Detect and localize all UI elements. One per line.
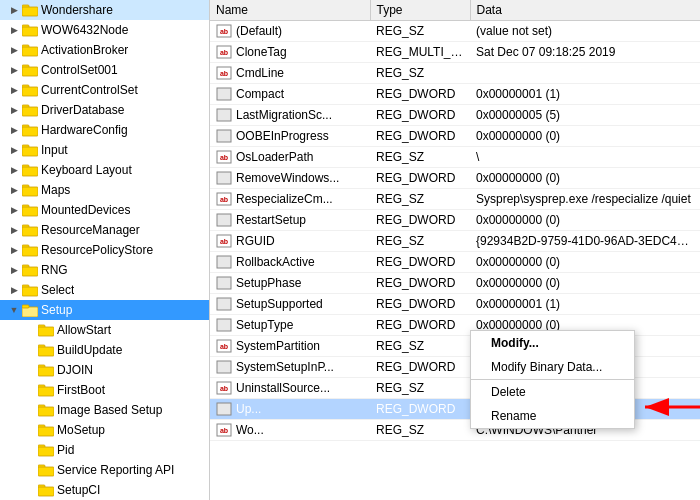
expand-icon: ▶ bbox=[8, 64, 20, 76]
tree-item-label: ResourceManager bbox=[41, 221, 140, 239]
tree-item[interactable]: ▶Keyboard Layout bbox=[0, 160, 209, 180]
cell-name: abWo... bbox=[210, 420, 370, 441]
table-row[interactable]: SetupSupportedREG_DWORD0x00000001 (1) bbox=[210, 294, 700, 315]
col-data[interactable]: Data bbox=[470, 0, 700, 21]
tree-item[interactable]: Pid bbox=[0, 440, 209, 460]
tree-item[interactable]: ▶Maps bbox=[0, 180, 209, 200]
folder-icon bbox=[38, 403, 54, 417]
name-text: SetupSupported bbox=[236, 297, 323, 311]
table-row[interactable]: abRGUIDREG_SZ{92934B2D-9759-41D0-96AD-3E… bbox=[210, 231, 700, 252]
cell-type: REG_SZ bbox=[370, 231, 470, 252]
svg-rect-127 bbox=[217, 361, 231, 373]
tree-item[interactable]: FirstBoot bbox=[0, 380, 209, 400]
folder-icon bbox=[38, 463, 54, 477]
cell-type: REG_DWORD bbox=[370, 399, 470, 420]
table-row[interactable]: abCmdLineREG_SZ bbox=[210, 63, 700, 84]
svg-rect-65 bbox=[217, 88, 231, 100]
ab-icon: ab bbox=[216, 65, 232, 81]
tree-item[interactable]: BuildUpdate bbox=[0, 340, 209, 360]
tree-item-label: ControlSet001 bbox=[41, 61, 118, 79]
tree-item-label: Setup bbox=[41, 301, 72, 319]
tree-item[interactable]: ▶DriverDatabase bbox=[0, 100, 209, 120]
folder-icon bbox=[22, 283, 38, 297]
cell-data: Sat Dec 07 09:18:25 2019 bbox=[470, 42, 700, 63]
cell-data: {92934B2D-9759-41D0-96AD-3EDC4C410146 bbox=[470, 231, 700, 252]
table-row[interactable]: abCloneTagREG_MULTI_SZSat Dec 07 09:18:2… bbox=[210, 42, 700, 63]
svg-rect-21 bbox=[22, 207, 38, 216]
table-row[interactable]: CompactREG_DWORD0x00000001 (1) bbox=[210, 84, 700, 105]
table-row[interactable]: RemoveWindows...REG_DWORD0x00000000 (0) bbox=[210, 168, 700, 189]
table-row[interactable]: ab(Default)REG_SZ(value not set) bbox=[210, 21, 700, 42]
context-menu-item[interactable]: Modify... bbox=[471, 331, 634, 355]
cell-data: 0x00000000 (0) bbox=[470, 126, 700, 147]
tree-item[interactable]: Image Based Setup bbox=[0, 400, 209, 420]
folder-icon bbox=[38, 383, 54, 397]
cell-type: REG_DWORD bbox=[370, 294, 470, 315]
folder-icon bbox=[22, 223, 38, 237]
svg-rect-29 bbox=[22, 287, 38, 296]
context-menu-item[interactable]: Rename bbox=[471, 404, 634, 428]
table-row[interactable]: abOsLoaderPathREG_SZ\ bbox=[210, 147, 700, 168]
tree-item[interactable]: AllowStart bbox=[0, 320, 209, 340]
svg-rect-31 bbox=[22, 305, 29, 308]
table-row[interactable]: OOBEInProgressREG_DWORD0x00000000 (0) bbox=[210, 126, 700, 147]
cell-data: 0x00000000 (0) bbox=[470, 210, 700, 231]
tree-item[interactable]: ▶ResourcePolicyStore bbox=[0, 240, 209, 260]
tree-item[interactable]: ▶Wondershare bbox=[0, 0, 209, 20]
col-type[interactable]: Type bbox=[370, 0, 470, 21]
tree-item[interactable]: ▼Setup bbox=[0, 300, 209, 320]
svg-rect-45 bbox=[38, 447, 54, 456]
tree-item[interactable]: ▶ActivationBroker bbox=[0, 40, 209, 60]
name-text: LastMigrationSc... bbox=[236, 108, 332, 122]
tree-item[interactable]: ▶ControlSet001 bbox=[0, 60, 209, 80]
context-menu-item[interactable]: Delete bbox=[471, 380, 634, 404]
tree-item-label: Keyboard Layout bbox=[41, 161, 132, 179]
dword-icon bbox=[216, 275, 232, 291]
svg-rect-107 bbox=[217, 277, 231, 289]
table-row[interactable]: RollbackActiveREG_DWORD0x00000000 (0) bbox=[210, 252, 700, 273]
folder-icon bbox=[22, 303, 38, 317]
tree-item[interactable]: DJOIN bbox=[0, 360, 209, 380]
folder-icon bbox=[22, 3, 38, 17]
tree-item[interactable]: ▶Input bbox=[0, 140, 209, 160]
cell-type: REG_DWORD bbox=[370, 84, 470, 105]
tree-item[interactable]: ▶ResourceManager bbox=[0, 220, 209, 240]
svg-rect-17 bbox=[22, 167, 38, 176]
svg-rect-71 bbox=[217, 109, 231, 121]
ab-icon: ab bbox=[216, 149, 232, 165]
tree-item[interactable]: ▶RNG bbox=[0, 260, 209, 280]
table-row[interactable]: RestartSetupREG_DWORD0x00000000 (0) bbox=[210, 210, 700, 231]
svg-rect-7 bbox=[22, 67, 38, 76]
tree-item[interactable]: ▶WOW6432Node bbox=[0, 20, 209, 40]
tree-item[interactable]: MoSetup bbox=[0, 420, 209, 440]
name-text: CmdLine bbox=[236, 66, 284, 80]
cell-data: 0x00000000 (0) bbox=[470, 168, 700, 189]
tree-item-label: BuildUpdate bbox=[57, 341, 122, 359]
cell-name: abRGUID bbox=[210, 231, 370, 252]
tree-item[interactable]: ▶HardwareConfig bbox=[0, 120, 209, 140]
ab-icon: ab bbox=[216, 380, 232, 396]
tree-item[interactable]: ▶CurrentControlSet bbox=[0, 80, 209, 100]
table-row[interactable]: abRespecializeCm...REG_SZSysprep\sysprep… bbox=[210, 189, 700, 210]
expand-icon: ▶ bbox=[8, 164, 20, 176]
name-text: OsLoaderPath bbox=[236, 150, 313, 164]
col-name[interactable]: Name bbox=[210, 0, 370, 21]
tree-item[interactable]: ▶Select bbox=[0, 280, 209, 300]
cell-name: Compact bbox=[210, 84, 370, 105]
tree-item[interactable]: ▶MountedDevices bbox=[0, 200, 209, 220]
expand-icon: ▶ bbox=[8, 224, 20, 236]
dword-icon bbox=[216, 317, 232, 333]
expand-icon bbox=[24, 344, 36, 356]
name-text: SystemSetupInP... bbox=[236, 360, 334, 374]
cell-name: abUninstallSource... bbox=[210, 378, 370, 399]
cell-name: SetupPhase bbox=[210, 273, 370, 294]
table-row[interactable]: LastMigrationSc...REG_DWORD0x00000005 (5… bbox=[210, 105, 700, 126]
cell-type: REG_DWORD bbox=[370, 273, 470, 294]
table-row[interactable]: SetupPhaseREG_DWORD0x00000000 (0) bbox=[210, 273, 700, 294]
tree-item[interactable]: SetupCI bbox=[0, 480, 209, 500]
tree-item[interactable]: Service Reporting API bbox=[0, 460, 209, 480]
context-menu-item[interactable]: Modify Binary Data... bbox=[471, 355, 634, 380]
cell-name: RestartSetup bbox=[210, 210, 370, 231]
dword-icon bbox=[216, 170, 232, 186]
dword-icon bbox=[216, 128, 232, 144]
